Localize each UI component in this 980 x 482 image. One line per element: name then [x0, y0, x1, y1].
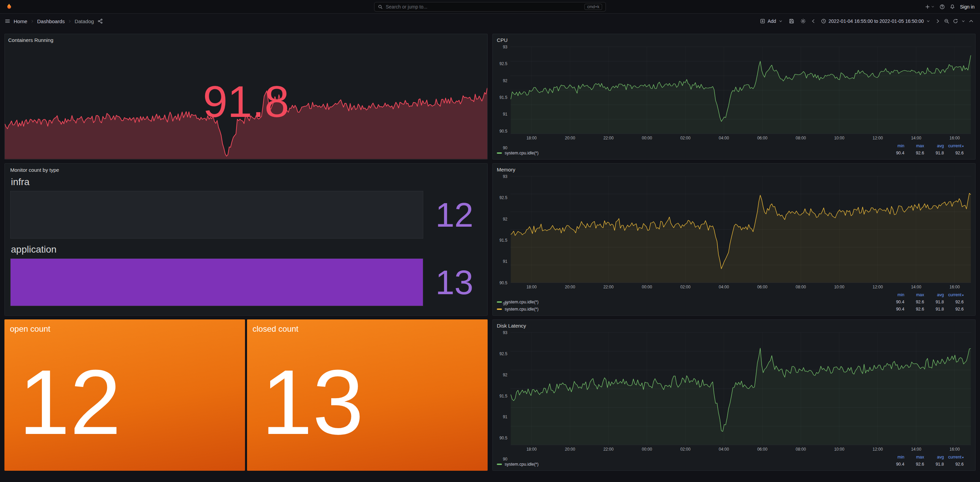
legend-sort-avg[interactable]: avg	[924, 455, 944, 460]
y-axis: 9090.59191.59292.593	[495, 45, 511, 134]
x-axis-label: 08:00	[795, 136, 806, 140]
breadcrumb-separator-icon	[68, 19, 72, 23]
bar-gauge-label-application: application	[11, 244, 482, 255]
legend-sort-max[interactable]: max	[904, 293, 924, 297]
y-axis-label: 90.5	[500, 281, 508, 285]
legend-sort-min[interactable]: min	[885, 143, 904, 148]
bar-gauge-row: 13	[10, 258, 482, 306]
cpu-plot-area[interactable]	[511, 45, 971, 134]
x-axis-label: 06:00	[757, 285, 767, 289]
panel-containers-running: Containers Running 91.8	[5, 34, 488, 159]
legend-series-row: system.cpu.idle(*)90.492.691.892.6	[497, 305, 964, 313]
search-input[interactable]: Search or jump to... cmd+k	[374, 2, 606, 11]
bar-gauge-row: 12	[10, 191, 482, 239]
time-range-button[interactable]: 2022-01-04 16:55:00 to 2022-01-05 16:50:…	[818, 16, 933, 26]
legend-sort-min[interactable]: min	[885, 293, 904, 297]
menu-icon	[5, 18, 10, 24]
legend-series-name[interactable]: system.cpu.idle(*)	[497, 300, 885, 304]
legend-stat-value: 91.8	[924, 462, 944, 467]
x-axis-label: 00:00	[642, 136, 652, 140]
legend-sort-current[interactable]: current▾	[944, 293, 964, 297]
y-axis-label: 92	[503, 373, 508, 377]
panel-closed-count: closed count 13	[247, 320, 488, 471]
news-bell-icon	[950, 4, 955, 10]
stat-value: 91.8	[203, 80, 289, 124]
legend-series-name[interactable]: system.cpu.idle(*)	[497, 151, 885, 156]
x-axis-label: 14:00	[911, 285, 921, 289]
legend-sort-max[interactable]: max	[904, 143, 924, 148]
legend-sort-avg[interactable]: avg	[924, 143, 944, 148]
legend-stat-value: 92.6	[904, 307, 924, 312]
y-axis-label: 91.5	[500, 394, 508, 398]
legend: minmaxavgcurrent▾system.cpu.idle(*)90.49…	[495, 141, 971, 156]
help-button[interactable]	[939, 4, 945, 10]
breadcrumb: Home Dashboards Datadog	[14, 18, 94, 24]
legend: minmaxavgcurrent▾system.cpu.idle(*)90.49…	[495, 452, 971, 468]
legend-stat-value: 92.6	[944, 151, 964, 156]
x-axis: 18:0020:0022:0000:0002:0004:0006:0008:00…	[511, 283, 971, 290]
legend-sort-current[interactable]: current▾	[944, 143, 964, 148]
news-button[interactable]	[950, 4, 955, 10]
panel-title[interactable]: Containers Running	[5, 34, 487, 45]
legend-stat-value: 91.8	[924, 151, 944, 156]
chevron-up-icon	[969, 18, 974, 24]
legend-sort-max[interactable]: max	[904, 455, 924, 460]
legend-series-name[interactable]: system.cpu.idle(*)	[497, 462, 885, 467]
legend-series-name[interactable]: system.cpu.idle(*)	[497, 307, 885, 312]
x-axis-label: 12:00	[873, 447, 883, 451]
panel-title[interactable]: Memory	[495, 165, 971, 175]
breadcrumb-item-datadog: Datadog	[75, 18, 94, 24]
stat-value: 13	[247, 334, 488, 471]
help-icon	[939, 4, 945, 10]
y-axis-label: 90.5	[500, 129, 508, 133]
breadcrumb-item-home[interactable]: Home	[14, 18, 27, 24]
new-menu-button[interactable]	[925, 4, 935, 10]
grafana-logo[interactable]	[5, 3, 13, 11]
sign-in-link[interactable]: Sign in	[960, 4, 975, 10]
panel-monitor-count: Monitor count by type infra 12 applicati…	[5, 163, 488, 316]
x-axis-label: 04:00	[719, 136, 729, 140]
save-dashboard-button[interactable]	[786, 16, 797, 26]
panel-title[interactable]: closed count	[247, 320, 488, 334]
chevron-right-icon	[935, 18, 940, 24]
x-axis-label: 16:00	[950, 285, 960, 289]
panel-title[interactable]: Monitor count by type	[10, 167, 482, 173]
time-shift-forward-button[interactable]	[934, 16, 942, 26]
panel-title[interactable]: Disk Latency	[495, 322, 971, 331]
zoom-out-button[interactable]	[942, 16, 951, 26]
legend-stat-value: 92.6	[944, 307, 964, 312]
y-axis-label: 90	[503, 302, 508, 306]
legend-series-row: system.cpu.idle(*)90.492.691.892.6	[497, 149, 964, 156]
x-axis-label: 02:00	[680, 447, 690, 451]
gear-icon	[800, 18, 806, 24]
legend-header-row: minmaxavgcurrent▾	[497, 142, 964, 149]
caret-down-icon	[779, 19, 783, 23]
legend-sort-current[interactable]: current▾	[944, 455, 964, 460]
legend-header-row: minmaxavgcurrent▾	[497, 291, 964, 298]
legend-sort-avg[interactable]: avg	[924, 293, 944, 297]
x-axis-label: 00:00	[642, 285, 652, 289]
refresh-interval-button[interactable]	[960, 16, 966, 26]
add-button[interactable]: Add	[757, 16, 786, 26]
disk-plot-area[interactable]	[511, 331, 971, 445]
dashboard-canvas: Containers Running 91.8 CPU 9090.59191.5…	[0, 29, 980, 482]
bar-gauge-value-infra: 12	[423, 199, 482, 230]
refresh-button[interactable]	[951, 16, 959, 26]
bar-gauge-bar-infra	[10, 191, 423, 239]
collapse-toolbar-button[interactable]	[967, 16, 975, 26]
y-axis-label: 92	[503, 79, 508, 83]
y-axis-label: 92.5	[500, 352, 508, 356]
share-button[interactable]	[97, 18, 103, 24]
x-axis-label: 08:00	[795, 285, 806, 289]
panel-title[interactable]: CPU	[495, 36, 971, 45]
menu-toggle-button[interactable]	[5, 18, 10, 24]
legend-sort-min[interactable]: min	[885, 455, 904, 460]
legend-stat-value: 91.8	[924, 300, 944, 304]
time-shift-back-button[interactable]	[809, 16, 818, 26]
memory-plot-area[interactable]	[511, 175, 971, 283]
breadcrumb-item-dashboards[interactable]: Dashboards	[37, 18, 65, 24]
x-axis-label: 20:00	[565, 447, 575, 451]
dashboard-settings-button[interactable]	[798, 16, 808, 26]
y-axis-label: 93	[503, 175, 508, 179]
panel-title[interactable]: open count	[5, 320, 245, 334]
